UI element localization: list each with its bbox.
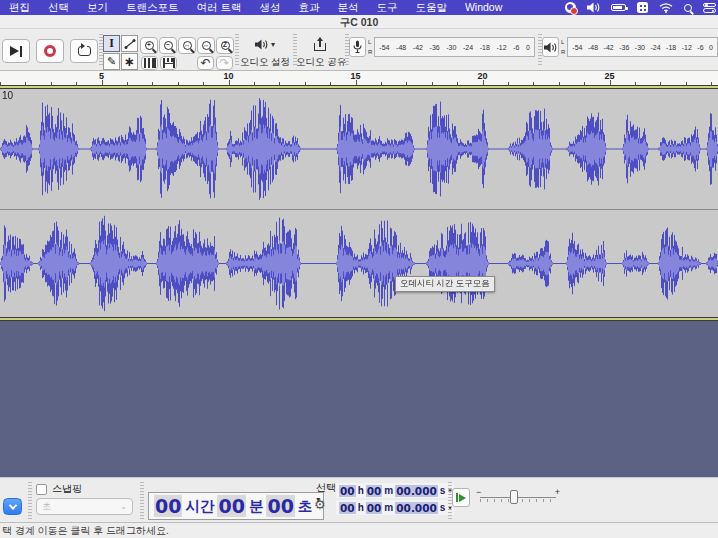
playback-meter[interactable]: LR -54-48-42-36-30-24-18-12-60 <box>542 37 718 57</box>
playback-meter-scale[interactable]: -54-48-42-36-30-24-18-12-60 <box>567 37 718 57</box>
gear-icon[interactable]: ⚙ <box>314 498 326 511</box>
status-message: 택 경계 이동은 클릭 후 드래그하세요. <box>2 525 169 536</box>
menu-item-tracks[interactable]: 여러 트랙 <box>188 0 251 15</box>
meter-db-label: -24 <box>650 44 660 51</box>
meter-db-label: -42 <box>604 44 614 51</box>
selection-start-field[interactable]: 00h00m00.000s▾ <box>336 483 454 498</box>
play-button[interactable] <box>2 39 30 63</box>
meter-db-label: -48 <box>588 44 598 51</box>
silence-icon <box>163 58 175 68</box>
blue-dropdown-button[interactable] <box>3 498 22 515</box>
selection-end-field[interactable]: 00h00m00.000s▾ <box>336 500 454 515</box>
meter-db-label: -42 <box>413 44 423 51</box>
audio-position-display[interactable]: 00시간00분00초▾ <box>148 492 324 520</box>
bottom-toolbar: 스냅핑 초 ⌄ 00시간00분00초▾ 선택 ⚙ 00h00m00.000s▾0… <box>0 477 718 522</box>
search-icon[interactable] <box>684 4 692 12</box>
waveform-channel-left[interactable] <box>0 89 718 209</box>
microphone-button[interactable] <box>349 37 366 57</box>
menu-item-analyze[interactable]: 분석 <box>328 0 367 15</box>
share-icon <box>314 38 326 51</box>
magnifier-icon: − <box>164 41 173 50</box>
time-digits[interactable]: 00 <box>266 495 294 517</box>
battery-icon[interactable] <box>611 4 626 11</box>
audio-setup-label: 오디오 설정 <box>239 56 291 69</box>
menu-item-effect[interactable]: 효과 <box>289 0 328 15</box>
meter-db-label: -18 <box>666 44 676 51</box>
meter-db-label: -12 <box>682 44 692 51</box>
window-title: 구C 010 <box>340 16 379 28</box>
user-chat-icon[interactable] <box>565 2 576 13</box>
envelope-tool-button[interactable] <box>121 35 138 52</box>
zoom-in-button[interactable]: + <box>140 37 158 54</box>
selection-digits[interactable]: 00 <box>366 485 383 497</box>
meter-db-label: -6 <box>513 44 519 51</box>
waveform-channel-right[interactable] <box>0 210 718 317</box>
playback-meter-button[interactable] <box>542 37 559 57</box>
selection-time-fields: 00h00m00.000s▾00h00m00.000s▾ <box>336 483 454 515</box>
share-audio-button[interactable]: 오디오 공유 <box>296 35 344 69</box>
main-toolbar: I ✎ ∗ ↶ ↷ ▾ 오디오 설정 오디오 공유 <box>0 29 718 71</box>
trim-audio-button[interactable] <box>141 56 158 70</box>
selection-digits[interactable]: 00 <box>339 502 356 514</box>
slider-thumb[interactable] <box>510 490 518 504</box>
record-button[interactable] <box>36 39 64 63</box>
snapping-mode-dropdown[interactable]: 초 ⌄ <box>36 498 133 515</box>
meter-db-label: -54 <box>572 44 582 51</box>
menu-item-generate[interactable]: 생성 <box>250 0 289 15</box>
time-digits[interactable]: 00 <box>217 495 245 517</box>
control-center-icon[interactable] <box>703 3 716 13</box>
meter-db-label: -30 <box>635 44 645 51</box>
zoom-selection-button[interactable]: ↔ <box>178 37 196 54</box>
zoom-fit-button[interactable]: ↔ <box>197 37 215 54</box>
audio-setup-button[interactable]: ▾ 오디오 설정 <box>239 35 291 69</box>
recording-meter-scale[interactable]: -54-48-42-36-30-24-18-12-60 <box>374 37 535 57</box>
audio-track[interactable]: 10 <box>0 89 718 321</box>
menu-item-transport[interactable]: 트랜스포트 <box>117 0 188 15</box>
timeline-ruler[interactable]: 510152025 <box>0 71 718 85</box>
microphone-icon <box>353 40 362 54</box>
menu-item-edit[interactable]: 편집 <box>0 0 39 15</box>
play-at-speed-button[interactable] <box>452 488 470 507</box>
meter-channel-labels: LR <box>561 37 565 57</box>
undo-button[interactable]: ↶ <box>197 56 214 70</box>
snapping-label: 스냅핑 <box>52 482 82 496</box>
selection-digits[interactable]: 00 <box>366 502 383 514</box>
selection-digits[interactable]: 00.000 <box>395 485 438 497</box>
selection-unit-label: h <box>358 485 364 496</box>
magnifier-icon: ↔ <box>202 41 211 50</box>
ibeam-icon: I <box>109 36 114 51</box>
redo-button[interactable]: ↷ <box>216 56 233 70</box>
silence-audio-button[interactable] <box>160 56 177 70</box>
zoom-out-button[interactable]: − <box>159 37 177 54</box>
recording-meter[interactable]: LR -54-48-42-36-30-24-18-12-60 <box>349 37 535 57</box>
zoom-toggle-button[interactable]: Z <box>216 37 234 54</box>
chevron-down-icon: ⌄ <box>120 502 127 511</box>
magnifier-icon: Z <box>221 41 230 50</box>
time-unit-label: 분 <box>249 497 264 516</box>
wifi-icon[interactable] <box>659 3 673 13</box>
play-at-speed-icon <box>456 493 458 502</box>
meter-db-label: -36 <box>430 44 440 51</box>
menu-item-window[interactable]: Window <box>456 0 511 15</box>
loop-button[interactable] <box>70 39 98 63</box>
menu-item-tools[interactable]: 도구 <box>367 0 406 15</box>
selection-digits[interactable]: 00.000 <box>395 502 438 514</box>
volume-icon[interactable] <box>587 2 600 13</box>
selection-digits[interactable]: 00 <box>339 485 356 497</box>
menu-item-select[interactable]: 선택 <box>39 0 78 15</box>
selection-tool-button[interactable]: I <box>103 35 120 52</box>
playback-speed-slider[interactable]: − + <box>474 486 562 508</box>
menu-item-view[interactable]: 보기 <box>78 0 117 15</box>
toolbar-grab-handle[interactable] <box>28 482 32 519</box>
snapping-checkbox[interactable] <box>36 484 47 495</box>
menu-item-help[interactable]: 도움말 <box>406 0 456 15</box>
time-digits[interactable]: 00 <box>154 495 182 517</box>
input-source-icon[interactable] <box>637 2 648 13</box>
track-area-background[interactable] <box>0 321 718 477</box>
multi-tool-button[interactable]: ∗ <box>121 53 138 70</box>
redo-icon: ↷ <box>219 57 229 69</box>
toolbar-grab-handle[interactable] <box>140 482 144 519</box>
meter-db-label: 0 <box>526 44 530 51</box>
draw-tool-button[interactable]: ✎ <box>103 53 120 70</box>
selection-label: 선택 <box>316 481 336 495</box>
